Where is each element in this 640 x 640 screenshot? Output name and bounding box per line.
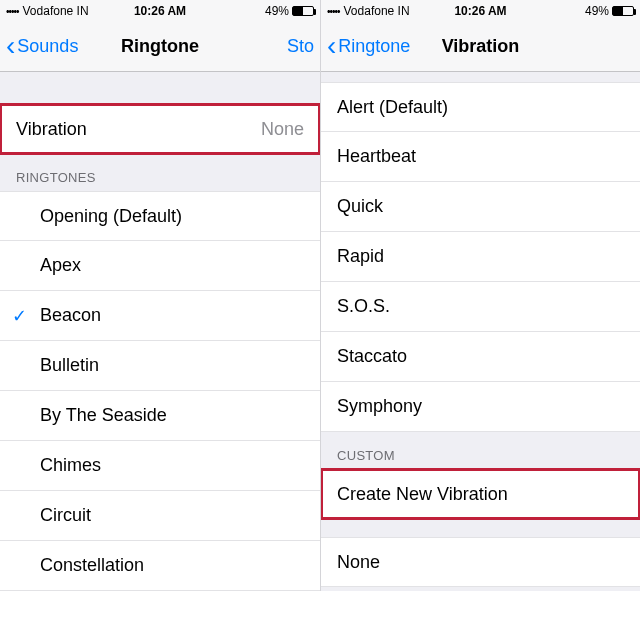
ringtone-row[interactable]: Constellation (0, 541, 320, 591)
signal-icon: ••••• (6, 6, 19, 17)
back-button[interactable]: ‹ Sounds (6, 34, 78, 60)
screen-vibration: ••••• Vodafone IN 10:26 AM 49% ‹ Rington… (320, 0, 640, 591)
battery-icon (612, 6, 634, 16)
battery-icon (292, 6, 314, 16)
none-row[interactable]: None (321, 537, 640, 587)
battery-pct: 49% (585, 4, 609, 18)
pattern-label: Rapid (337, 246, 384, 267)
ringtone-row[interactable]: By The Seaside (0, 391, 320, 441)
nav-action-button[interactable]: Sto (287, 36, 314, 57)
chevron-left-icon: ‹ (327, 32, 336, 60)
ringtone-row[interactable]: Apex (0, 241, 320, 291)
create-new-vibration-row[interactable]: Create New Vibration (321, 469, 640, 519)
pattern-label: Alert (Default) (337, 97, 448, 118)
vibration-label: Vibration (16, 119, 87, 140)
vibration-pattern-row[interactable]: Staccato (321, 332, 640, 382)
carrier-label: Vodafone IN (23, 4, 89, 18)
vibration-pattern-row[interactable]: Rapid (321, 232, 640, 282)
vibration-pattern-row[interactable]: Symphony (321, 382, 640, 432)
vibration-pattern-row[interactable]: S.O.S. (321, 282, 640, 332)
carrier-label: Vodafone IN (344, 4, 410, 18)
signal-icon: ••••• (327, 6, 340, 17)
ringtone-row[interactable]: Bulletin (0, 341, 320, 391)
nav-bar: ‹ Ringtone Vibration (321, 22, 640, 72)
status-bar: ••••• Vodafone IN 10:26 AM 49% (321, 0, 640, 22)
none-label: None (337, 552, 380, 573)
screen-ringtone: ••••• Vodafone IN 10:26 AM 49% ‹ Sounds … (0, 0, 320, 591)
ringtone-label: Beacon (40, 305, 101, 326)
status-time: 10:26 AM (134, 4, 186, 18)
ringtone-label: Chimes (40, 455, 101, 476)
vibration-pattern-row[interactable]: Heartbeat (321, 132, 640, 182)
vibration-pattern-row[interactable]: Quick (321, 182, 640, 232)
pattern-label: S.O.S. (337, 296, 390, 317)
page-title: Vibration (442, 36, 520, 57)
ringtone-row[interactable]: Circuit (0, 491, 320, 541)
pattern-label: Heartbeat (337, 146, 416, 167)
back-label: Ringtone (338, 36, 410, 57)
pattern-label: Staccato (337, 346, 407, 367)
ringtone-label: Opening (Default) (40, 206, 182, 227)
chevron-left-icon: ‹ (6, 32, 15, 60)
vibration-row[interactable]: Vibration None (0, 104, 320, 154)
status-bar: ••••• Vodafone IN 10:26 AM 49% (0, 0, 320, 22)
ringtone-label: Apex (40, 255, 81, 276)
vibration-value: None (261, 119, 304, 140)
nav-bar: ‹ Sounds Ringtone Sto (0, 22, 320, 72)
pattern-label: Symphony (337, 396, 422, 417)
battery-pct: 49% (265, 4, 289, 18)
back-button[interactable]: ‹ Ringtone (327, 34, 410, 60)
ringtone-label: Constellation (40, 555, 144, 576)
create-new-label: Create New Vibration (337, 484, 508, 505)
checkmark-icon: ✓ (12, 305, 27, 327)
pattern-label: Quick (337, 196, 383, 217)
ringtones-header: RINGTONES (0, 154, 320, 191)
ringtone-row[interactable]: Chimes (0, 441, 320, 491)
vibration-pattern-row[interactable]: Alert (Default) (321, 82, 640, 132)
ringtone-label: Bulletin (40, 355, 99, 376)
ringtone-row[interactable]: Opening (Default) (0, 191, 320, 241)
status-time: 10:26 AM (454, 4, 506, 18)
ringtone-row[interactable]: ✓ Beacon (0, 291, 320, 341)
back-label: Sounds (17, 36, 78, 57)
ringtone-label: Circuit (40, 505, 91, 526)
custom-header: CUSTOM (321, 432, 640, 469)
page-title: Ringtone (121, 36, 199, 57)
ringtone-label: By The Seaside (40, 405, 167, 426)
